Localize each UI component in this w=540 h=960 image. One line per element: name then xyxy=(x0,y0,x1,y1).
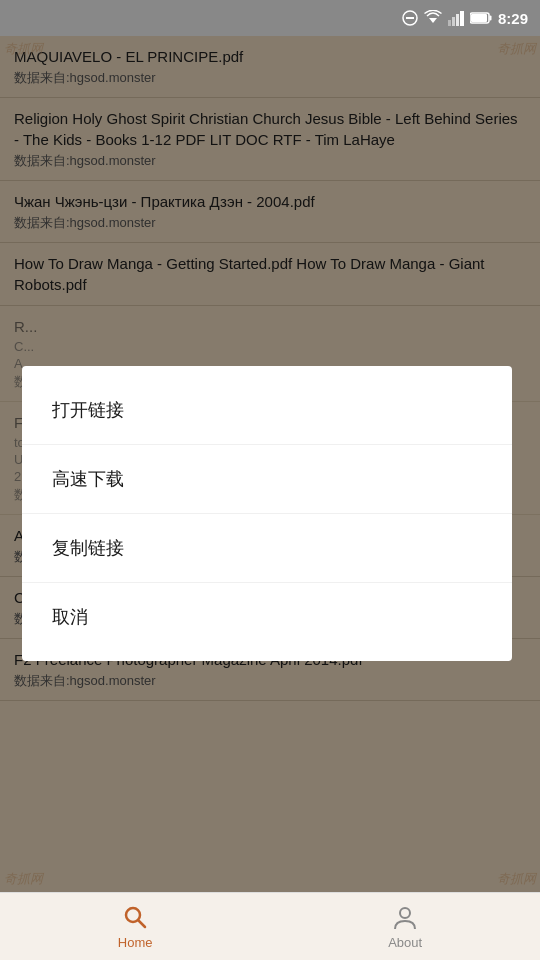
about-nav-label: About xyxy=(388,935,422,950)
svg-rect-8 xyxy=(471,14,487,22)
fast-download-button[interactable]: 高速下载 xyxy=(22,445,512,514)
nav-item-home[interactable]: Home xyxy=(98,895,173,958)
svg-rect-1 xyxy=(406,17,414,19)
home-search-icon xyxy=(121,903,149,931)
signal-icon xyxy=(448,10,464,26)
home-nav-label: Home xyxy=(118,935,153,950)
minus-circle-icon xyxy=(402,10,418,26)
context-menu-dialog: 打开链接 高速下载 复制链接 取消 xyxy=(22,366,512,661)
about-person-icon xyxy=(391,903,419,931)
svg-line-11 xyxy=(139,921,146,928)
copy-link-button[interactable]: 复制链接 xyxy=(22,514,512,583)
wifi-icon xyxy=(424,10,442,26)
battery-icon xyxy=(470,11,492,25)
open-link-button[interactable]: 打开链接 xyxy=(22,376,512,445)
status-bar: 8:29 xyxy=(0,0,540,36)
svg-rect-5 xyxy=(456,14,459,26)
main-content: 奇抓网 奇抓网 MAQUIAVELO - EL PRINCIPE.pdf 数据来… xyxy=(0,36,540,892)
status-icons: 8:29 xyxy=(402,10,528,27)
svg-rect-9 xyxy=(489,16,491,21)
svg-marker-2 xyxy=(429,18,437,23)
nav-item-about[interactable]: About xyxy=(368,895,442,958)
cancel-button[interactable]: 取消 xyxy=(22,583,512,651)
svg-rect-3 xyxy=(448,20,451,26)
svg-point-12 xyxy=(400,908,410,918)
status-time: 8:29 xyxy=(498,10,528,27)
svg-rect-6 xyxy=(460,11,464,26)
bottom-navigation: Home About xyxy=(0,892,540,960)
svg-rect-4 xyxy=(452,17,455,26)
